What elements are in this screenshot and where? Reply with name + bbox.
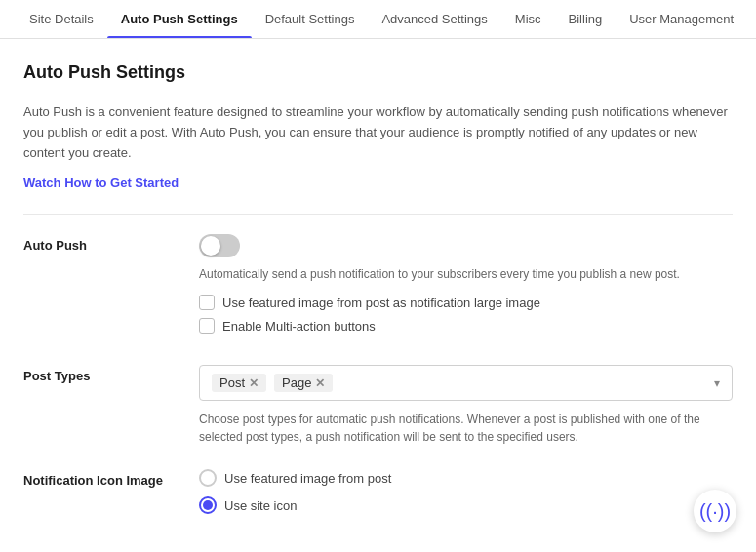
post-types-dropdown[interactable]: Post ✕ Page ✕ ▾: [199, 365, 733, 401]
tag-page-label: Page: [282, 375, 311, 390]
post-types-control: Post ✕ Page ✕ ▾ Choose post types for au…: [199, 365, 733, 446]
auto-push-row: Auto Push Automatically send a push noti…: [23, 234, 733, 341]
auto-push-label: Auto Push: [23, 234, 199, 253]
nav-item-auto-push[interactable]: Auto Push Settings: [107, 0, 252, 38]
checkbox-featured-image: Use featured image from post as notifica…: [199, 295, 733, 310]
tag-post: Post ✕: [212, 374, 266, 392]
post-types-label: Post Types: [23, 365, 199, 383]
multi-action-checkbox[interactable]: [199, 318, 215, 334]
notification-icon-row: Notification Icon Image Use featured ima…: [23, 469, 733, 524]
nav-item-advanced-settings[interactable]: Advanced Settings: [368, 0, 500, 38]
chevron-down-icon: ▾: [714, 376, 720, 390]
nav-item-misc[interactable]: Misc: [501, 0, 555, 38]
nav-item-billing[interactable]: Billing: [555, 0, 617, 38]
watch-link[interactable]: Watch How to Get Started: [23, 176, 179, 190]
toggle-wrapper: [199, 234, 733, 257]
notification-icon-control: Use featured image from post Use site ic…: [199, 469, 733, 524]
page-title: Auto Push Settings: [23, 62, 733, 83]
radio-site-icon-label: Use site icon: [224, 498, 297, 513]
nav-item-user-management[interactable]: User Management: [616, 0, 747, 38]
post-types-note: Choose post types for automatic push not…: [199, 411, 733, 446]
tag-post-label: Post: [219, 375, 245, 390]
radio-site-icon-button[interactable]: [199, 496, 217, 514]
radio-featured-image-label: Use featured image from post: [224, 471, 391, 486]
auto-push-control: Automatically send a push notification t…: [199, 234, 733, 341]
auto-push-description: Automatically send a push notification t…: [199, 265, 733, 283]
divider: [23, 214, 733, 215]
radio-featured-image: Use featured image from post: [199, 469, 733, 487]
tag-post-close[interactable]: ✕: [249, 376, 259, 390]
tag-page: Page ✕: [274, 374, 333, 392]
checkbox-multi-action: Enable Multi-action buttons: [199, 318, 733, 334]
featured-image-checkbox[interactable]: [199, 295, 215, 310]
radio-site-icon-inner: [203, 500, 213, 510]
featured-image-label: Use featured image from post as notifica…: [222, 296, 540, 310]
tags-container: Post ✕ Page ✕: [212, 374, 333, 392]
notification-icon-label: Notification Icon Image: [23, 469, 199, 488]
auto-push-toggle[interactable]: [199, 234, 240, 257]
multi-action-label: Enable Multi-action buttons: [222, 319, 376, 334]
page-content: Auto Push Settings Auto Push is a conven…: [0, 39, 756, 552]
nav-more-button[interactable]: ···: [747, 0, 756, 38]
nav-item-site-details[interactable]: Site Details: [16, 0, 107, 38]
post-types-row: Post Types Post ✕ Page ✕ ▾ Choose post t…: [23, 365, 733, 446]
wifi-icon: ((·)): [699, 500, 731, 523]
floating-widget[interactable]: ((·)): [694, 490, 736, 532]
tag-page-close[interactable]: ✕: [315, 376, 325, 390]
radio-site-icon: Use site icon: [199, 496, 733, 514]
page-description: Auto Push is a convenient feature design…: [23, 102, 733, 163]
nav-item-default-settings[interactable]: Default Settings: [252, 0, 369, 38]
navigation: Site Details Auto Push Settings Default …: [0, 0, 756, 39]
radio-featured-image-button[interactable]: [199, 469, 217, 487]
